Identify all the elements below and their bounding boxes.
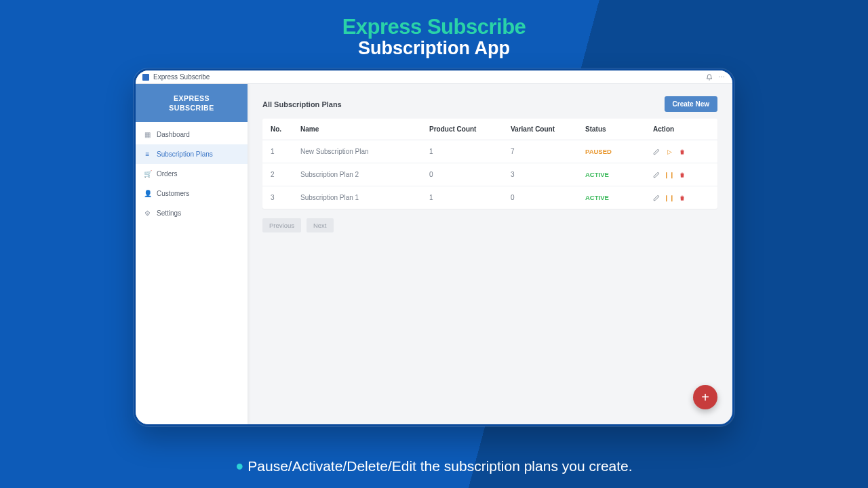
brand-block: EXPRESS SUBSCRIBE	[136, 84, 248, 122]
edit-icon[interactable]	[653, 171, 660, 178]
edit-icon[interactable]	[653, 148, 660, 155]
sidebar-item-label: Settings	[157, 209, 181, 217]
hero-title: Express Subscribe	[0, 15, 868, 39]
titlebar-app-name: Express Subscribe	[153, 73, 210, 81]
pager: Previous Next	[262, 218, 717, 232]
pause-icon[interactable]: ❙❙	[666, 171, 673, 178]
plans-icon: ≡	[144, 150, 151, 158]
cell-product-count: 1	[421, 186, 502, 209]
plus-icon: +	[701, 390, 709, 405]
pause-icon[interactable]: ❙❙	[666, 195, 673, 201]
play-icon[interactable]: ▷	[666, 148, 673, 155]
hero-header: Express Subscribe Subscription App	[0, 0, 868, 59]
col-variant-count: Variant Count	[502, 119, 577, 140]
status-badge: ACTIVE	[585, 194, 609, 201]
col-status: Status	[577, 119, 645, 140]
brand-line2: SUBSCRIBE	[140, 103, 243, 113]
plans-table: No. Name Product Count Variant Count Sta…	[262, 119, 717, 209]
main-content: All Subscription Plans Create New No. Na…	[248, 84, 732, 424]
sidebar: EXPRESS SUBSCRIBE ▦ Dashboard ≡ Subscrip…	[136, 84, 248, 424]
previous-button[interactable]: Previous	[262, 218, 301, 232]
cell-name: Subscription Plan 1	[292, 186, 421, 209]
col-name: Name	[292, 119, 421, 140]
sidebar-item-label: Subscription Plans	[157, 150, 213, 158]
app-window: Express Subscribe ⋯ EXPRESS SUBSCRIBE ▦ …	[134, 68, 734, 426]
delete-icon[interactable]	[679, 171, 686, 178]
cell-name: New Subscription Plan	[292, 140, 421, 163]
delete-icon[interactable]	[679, 148, 686, 155]
table-row: 1New Subscription Plan17PAUSED▷	[262, 140, 717, 163]
bell-icon[interactable]	[705, 73, 713, 81]
col-product-count: Product Count	[421, 119, 502, 140]
sidebar-item-settings[interactable]: ⚙ Settings	[136, 203, 248, 223]
col-no: No.	[262, 119, 292, 140]
cell-variant-count: 7	[502, 140, 577, 163]
edit-icon[interactable]	[653, 195, 660, 201]
app-logo-icon	[142, 74, 149, 81]
slide-caption: ● Pause/Activate/Delete/Edit the subscri…	[0, 458, 868, 474]
hero-subtitle: Subscription App	[0, 38, 868, 59]
cell-product-count: 0	[421, 163, 502, 186]
fab-add-button[interactable]: +	[693, 385, 717, 409]
page-title: All Subscription Plans	[262, 100, 342, 108]
cell-product-count: 1	[421, 140, 502, 163]
sidebar-item-orders[interactable]: 🛒 Orders	[136, 164, 248, 184]
bullet-icon: ●	[235, 458, 243, 473]
orders-icon: 🛒	[144, 170, 151, 178]
sidebar-item-customers[interactable]: 👤 Customers	[136, 184, 248, 203]
delete-icon[interactable]	[679, 195, 686, 201]
status-badge: PAUSED	[585, 148, 612, 155]
cell-variant-count: 0	[502, 186, 577, 209]
brand-line1: EXPRESS	[140, 94, 243, 103]
dashboard-icon: ▦	[144, 131, 151, 138]
sidebar-item-dashboard[interactable]: ▦ Dashboard	[136, 125, 248, 144]
settings-icon: ⚙	[144, 209, 151, 217]
status-badge: ACTIVE	[585, 171, 609, 178]
cell-no: 2	[262, 163, 292, 186]
sidebar-item-label: Orders	[157, 170, 178, 178]
col-action: Action	[645, 119, 717, 140]
sidebar-item-label: Customers	[157, 190, 189, 197]
create-new-button[interactable]: Create New	[665, 96, 717, 112]
sidebar-nav: ▦ Dashboard ≡ Subscription Plans 🛒 Order…	[136, 122, 248, 223]
table-row: 2Subscription Plan 203ACTIVE❙❙	[262, 163, 717, 186]
cell-name: Subscription Plan 2	[292, 163, 421, 186]
cell-no: 1	[262, 140, 292, 163]
sidebar-item-label: Dashboard	[157, 131, 190, 138]
customers-icon: 👤	[144, 190, 151, 197]
more-icon[interactable]: ⋯	[717, 73, 726, 81]
sidebar-item-subscription-plans[interactable]: ≡ Subscription Plans	[136, 144, 248, 164]
next-button[interactable]: Next	[307, 218, 334, 232]
cell-no: 3	[262, 186, 292, 209]
table-row: 3Subscription Plan 110ACTIVE❙❙	[262, 186, 717, 209]
titlebar: Express Subscribe ⋯	[136, 70, 732, 84]
caption-text: Pause/Activate/Delete/Edit the subscript…	[248, 458, 632, 474]
cell-variant-count: 3	[502, 163, 577, 186]
